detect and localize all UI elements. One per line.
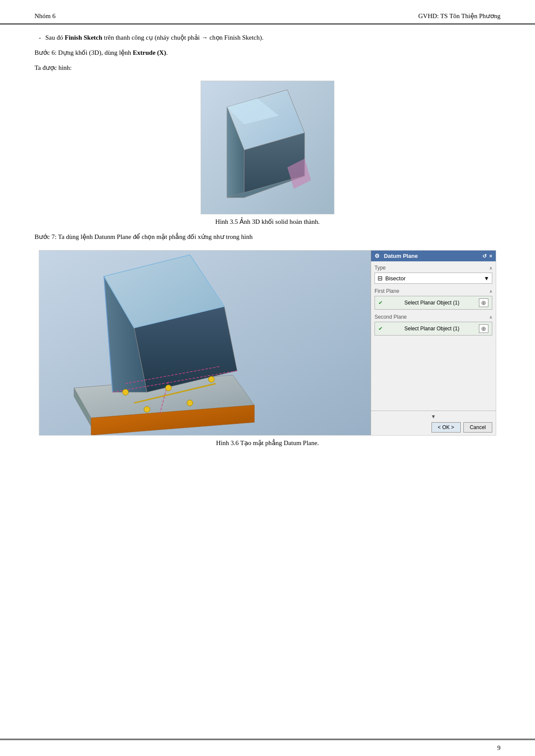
- fig-3-5-caption: Hình 3.5 Ảnh 3D khối solid hoàn thành.: [215, 218, 320, 226]
- step-6-line: Bước 6: Dựng khối (3D), dùng lệnh Extrud…: [35, 47, 500, 58]
- page-footer: 9: [0, 739, 535, 756]
- cancel-button[interactable]: Cancel: [463, 422, 492, 433]
- first-plane-move-icon: ⊕: [479, 298, 488, 307]
- svg-point-20: [144, 406, 150, 412]
- datum-model-svg: [39, 251, 371, 435]
- dialog-buttons: < OK > Cancel: [374, 422, 492, 433]
- caption-before: Ta được hình:: [35, 63, 500, 73]
- ok-button[interactable]: < OK >: [431, 422, 461, 433]
- second-plane-label: Second Plane ∧: [374, 314, 492, 320]
- page-number: 9: [497, 744, 501, 752]
- second-plane-select-text: Select Planar Object (1): [404, 326, 459, 332]
- page-content: - Sau đó Finish Sketch trên thanh công c…: [0, 32, 535, 447]
- first-plane-row: ✔ Select Planar Object (1) ⊕: [374, 296, 492, 310]
- header-right: GVHD: TS Tôn Thiện Phương: [418, 12, 500, 20]
- second-plane-row: ✔ Select Planar Object (1) ⊕: [374, 322, 492, 336]
- first-plane-select-text: Select Planar Object (1): [404, 300, 459, 306]
- second-plane-move-icon: ⊕: [479, 324, 488, 333]
- dialog-title-icons: ↺ ×: [482, 253, 492, 259]
- solid-3d-image: [201, 81, 334, 214]
- solid-3d-svg: [201, 81, 334, 214]
- dialog-type-section: Type ∧ ⊟ Bisector ▼: [374, 265, 492, 284]
- datum-plane-figure: ⚙ Datum Plane ↺ × Type: [39, 250, 496, 436]
- step-7-line: Bước 7: Ta dùng lệnh Datunm Plane để chọ…: [35, 232, 500, 242]
- svg-point-19: [208, 376, 214, 383]
- figure-3-5-container: Hình 3.5 Ảnh 3D khối solid hoàn thành.: [35, 81, 500, 226]
- first-plane-label: First Plane ∧: [374, 288, 492, 294]
- bisector-icon: ⊟: [378, 275, 383, 282]
- first-plane-check-icon: ✔: [378, 300, 383, 306]
- type-caret: ∧: [489, 266, 492, 270]
- dialog-close-icon[interactable]: ×: [489, 253, 492, 259]
- second-plane-caret: ∧: [489, 315, 492, 320]
- bullet-item-1: - Sau đó Finish Sketch trên thanh công c…: [35, 32, 500, 43]
- first-plane-caret: ∧: [489, 289, 492, 294]
- dialog-body: Type ∧ ⊟ Bisector ▼: [371, 261, 496, 411]
- bullet-text-1: Sau đó Finish Sketch trên thanh công cụ …: [45, 32, 500, 43]
- fig-3-6-caption: Hình 3.6 Tạo mặt phẳng Datum Plane.: [216, 439, 319, 447]
- dialog-footer: ▼ < OK > Cancel: [371, 411, 496, 435]
- svg-point-21: [187, 400, 193, 406]
- second-plane-check-icon: ✔: [378, 326, 383, 332]
- datum-left-model: [39, 251, 371, 435]
- datum-dialog-panel: ⚙ Datum Plane ↺ × Type: [371, 251, 496, 435]
- dialog-title: ⚙ Datum Plane: [374, 253, 418, 259]
- dialog-titlebar: ⚙ Datum Plane ↺ ×: [371, 251, 496, 261]
- type-dropdown[interactable]: ⊟ Bisector ▼: [374, 273, 492, 284]
- header-left: Nhóm 6: [35, 13, 56, 20]
- bisector-label: Bisector: [385, 275, 406, 282]
- page-header: Nhóm 6 GVHD: TS Tôn Thiện Phương: [0, 0, 535, 25]
- type-label: Type ∧: [374, 265, 492, 271]
- dialog-expand-icon: ▼: [431, 414, 436, 420]
- bullet-dash: -: [39, 32, 41, 43]
- figure-3-6-container: ⚙ Datum Plane ↺ × Type: [35, 250, 500, 447]
- dialog-refresh-icon[interactable]: ↺: [482, 253, 487, 259]
- svg-point-18: [165, 385, 171, 391]
- svg-point-17: [123, 389, 129, 395]
- dialog-first-plane-section: First Plane ∧ ✔ Select Planar Object (1)…: [374, 288, 492, 310]
- finish-sketch-bold: Finish Sketch: [65, 34, 102, 41]
- dialog-second-plane-section: Second Plane ∧ ✔ Select Planar Object (1…: [374, 314, 492, 336]
- extrude-bold: Extrude (X): [133, 49, 166, 56]
- dropdown-arrow: ▼: [484, 275, 489, 282]
